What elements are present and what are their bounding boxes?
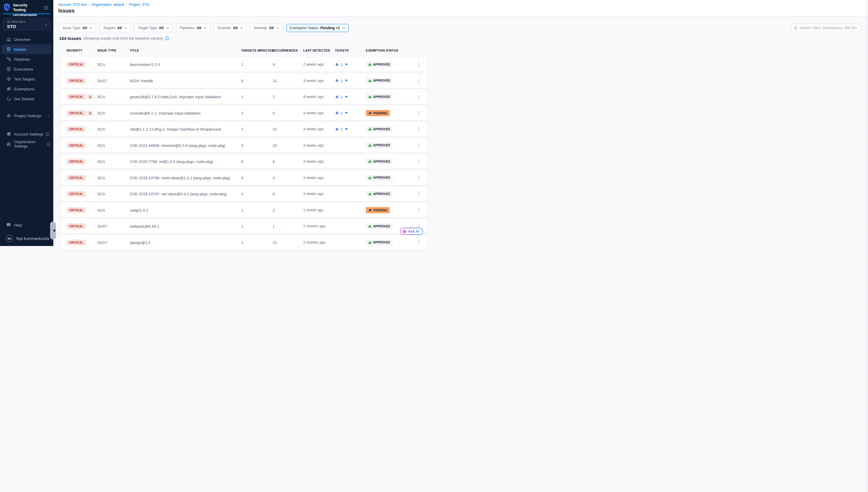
issue-title[interactable]: django@1.2 — [130, 240, 150, 245]
sidebar-item-organization-settings[interactable]: Organization Settings — [0, 139, 53, 149]
filter-targets[interactable]: Targets:All — [100, 24, 131, 32]
row-menu-button[interactable] — [417, 191, 421, 197]
filter-target-type[interactable]: Target Type:All — [134, 24, 173, 32]
ticket-caret-icon — [345, 96, 348, 98]
issue-row[interactable]: CRITICAL SCA CVE-2019-10746: mixin-deep@… — [61, 171, 427, 185]
filter-pipelines[interactable]: Pipelines:All — [176, 24, 210, 32]
severity-badge: CRITICAL — [67, 94, 95, 100]
issue-title[interactable]: swig//1.4.2 — [130, 208, 148, 212]
issue-title[interactable]: CVE-2019-10746: mixin-deep@1.3.1 (lang-p… — [130, 175, 230, 180]
row-menu-button[interactable] — [417, 207, 421, 213]
row-menu-button[interactable] — [417, 110, 421, 116]
issues-count: 104 Issues — [59, 36, 81, 41]
chevron-down-icon — [166, 27, 169, 29]
issue-row[interactable]: CRITICAL SAST django@1.2 1 22 2 months a… — [61, 235, 427, 246]
severity-badge: CRITICAL — [67, 239, 86, 245]
issue-row[interactable]: CRITICAL SCA bassmaster//1.2.0 1 9 2 wee… — [61, 57, 427, 72]
sidebar-item-project-settings[interactable]: Project Settings › — [0, 111, 53, 121]
issue-title[interactable]: gnutls28@3.7.9-2+deb12u5: Improper Input… — [130, 95, 221, 99]
issue-title[interactable]: B324: hashlib — [130, 78, 153, 83]
app-switcher-icon[interactable] — [44, 6, 48, 10]
issue-row[interactable]: CRITICAL SCA gnutls28@3.7.9-2+deb12u5: I… — [61, 90, 427, 104]
issue-title[interactable]: CVE-2020-7788: ini@1.3.5 (lang-pkgs, nod… — [130, 159, 213, 164]
account-settings-icon — [6, 132, 11, 137]
sidebar-item-test-targets[interactable]: Test Targets — [0, 74, 53, 84]
occurrences: 8 — [273, 192, 275, 196]
issue-row[interactable]: CRITICAL SCA coreutils@9.1-1: Improper I… — [61, 106, 427, 120]
ask-ai-button[interactable]: Ask AI — [400, 228, 423, 235]
info-icon[interactable] — [165, 36, 169, 40]
status-cell: PENDING — [366, 110, 390, 116]
last-detected: 1 month ago — [303, 208, 324, 212]
column-header: SEVERITY — [67, 49, 82, 52]
help-button[interactable]: ? Help — [0, 220, 53, 230]
sidebar-item-executions[interactable]: Executions — [0, 64, 53, 74]
issue-title[interactable]: zlib@1:1.2.13.dfsg-1: Integer Overflow o… — [130, 127, 221, 131]
issue-title[interactable]: coreutils@9.1-1: Improper Input Validati… — [130, 111, 201, 115]
sidebar-item-get-started[interactable]: Get Started — [0, 94, 53, 104]
issue-row[interactable]: CRITICAL SAST B324: hashlib 8 32 3 weeks… — [61, 73, 427, 88]
row-menu-button[interactable] — [417, 175, 421, 181]
row-menu-button[interactable] — [417, 126, 421, 132]
status-cell: APPROVED — [366, 191, 393, 197]
thumbs-up-icon — [368, 79, 372, 82]
project-selector[interactable]: PROJECT STO › — [3, 18, 50, 31]
sidebar-item-overview[interactable]: Overview — [0, 34, 53, 44]
thumbs-up-icon — [368, 192, 372, 196]
sidebar-item-account-settings[interactable]: Account Settings — [0, 129, 53, 139]
row-menu-button[interactable] — [417, 239, 421, 246]
user-menu[interactable]: TK Teja Kummarikuntla — [0, 234, 53, 243]
issue-type: SCA — [97, 143, 105, 147]
row-menu-button[interactable] — [417, 61, 421, 68]
breadcrumb-separator: › — [126, 3, 127, 6]
sidebar-item-pipelines[interactable]: Pipelines — [0, 54, 53, 64]
row-menu-button[interactable] — [417, 77, 421, 84]
issue-row[interactable]: CRITICAL SCA CVE-2020-7788: ini@1.3.5 (l… — [61, 154, 427, 169]
ticket-count: 1 — [341, 127, 343, 131]
breadcrumb-project[interactable]: Project: STO — [129, 3, 149, 7]
info-icon — [47, 142, 50, 146]
filter-scanner[interactable]: Scanner:All — [214, 24, 246, 32]
target-icon — [6, 77, 11, 81]
project-label: PROJECT — [7, 20, 26, 23]
issue-type: SCA — [97, 208, 105, 212]
ticket-group[interactable]: 1 — [335, 127, 348, 131]
ticket-group[interactable]: 1 — [335, 95, 348, 99]
row-menu-button[interactable] — [417, 158, 421, 165]
breadcrumb-organization[interactable]: Organization: default — [92, 3, 124, 7]
issue-row[interactable]: CRITICAL SCA CVE-2019-10747: set-value@0… — [61, 187, 427, 201]
column-header: EXEMPTION STATUS — [366, 49, 398, 52]
issues-list: CRITICAL SCA bassmaster//1.2.0 1 9 2 wee… — [61, 57, 427, 246]
issue-title[interactable]: CVE-2021-44906: minimist@0.0.8 (lang-pkg… — [130, 143, 226, 147]
issue-type: SCA — [97, 111, 105, 115]
breadcrumb-account[interactable]: Account: STO test — [58, 3, 86, 7]
status-cell: APPROVED — [366, 78, 393, 84]
row-menu-button[interactable] — [417, 94, 421, 100]
issue-row[interactable]: CRITICAL SCA zlib@1:1.2.13.dfsg-1: Integ… — [61, 122, 427, 137]
ticket-group[interactable]: 1 — [335, 111, 348, 115]
sidebar-item-issues[interactable]: Issues — [2, 44, 52, 54]
ticket-group[interactable]: 2 — [335, 78, 348, 83]
filter-issue-type[interactable]: Issue Type:All — [59, 24, 96, 32]
ticket-group[interactable]: 1 — [335, 63, 348, 67]
thumbs-up-icon — [368, 241, 372, 244]
issue-title[interactable]: CVE-2019-10747: set-value@0.4.3 (lang-pk… — [130, 192, 227, 196]
issue-title[interactable]: webpack@5.64.1 — [130, 224, 159, 228]
issue-row[interactable]: CRITICAL SAST webpack@5.64.1 1 1 2 month… — [61, 219, 427, 233]
eye-off-icon — [368, 111, 372, 115]
status-label: APPROVED — [373, 95, 390, 99]
filter-exemption-status[interactable]: Exemption Status:Pending +1 — [286, 24, 349, 32]
eye-off-icon — [6, 87, 11, 91]
ticket-count: 1 — [341, 63, 343, 67]
sidebar-collapse-handle[interactable] — [50, 222, 56, 240]
issues-count-line: 104 Issues (Showing results only from th… — [59, 36, 169, 41]
row-menu-button[interactable] — [417, 142, 421, 149]
sidebar-item-exemptions[interactable]: Exemptions — [0, 84, 53, 94]
page-title: Issues — [58, 8, 75, 14]
targets-impacted: 1 — [241, 95, 243, 99]
issue-row[interactable]: CRITICAL SCA swig//1.4.2 1 2 1 month ago… — [61, 203, 427, 217]
issue-title[interactable]: bassmaster//1.2.0 — [130, 63, 160, 67]
user-name: Teja Kummarikuntla — [16, 237, 49, 241]
issue-row[interactable]: CRITICAL SCA CVE-2021-44906: minimist@0.… — [61, 138, 427, 153]
filter-severity[interactable]: Severity:All — [250, 24, 283, 32]
